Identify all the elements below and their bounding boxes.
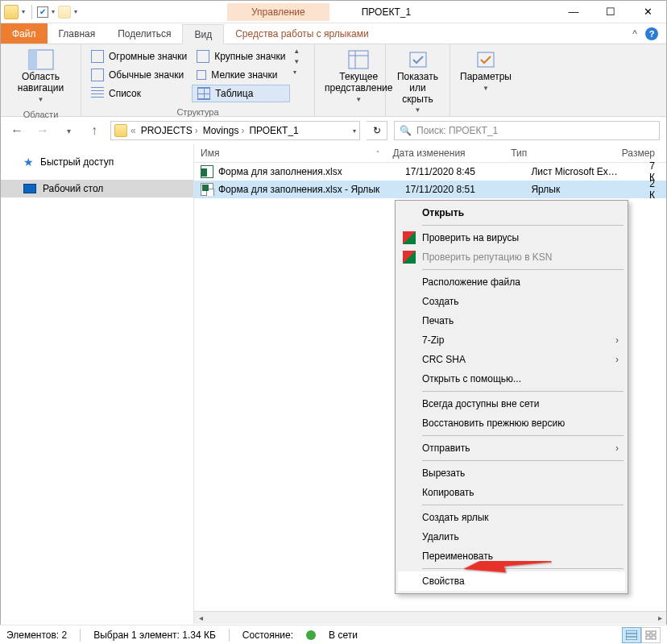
nav-quick-access[interactable]: ★ Быстрый доступ (1, 152, 193, 172)
contextual-tab-label: Управление (227, 3, 329, 21)
separator (422, 269, 624, 270)
group-label-panes: Области (1, 108, 81, 122)
ctx-send-to[interactable]: Отправить› (398, 438, 625, 458)
separator (422, 568, 624, 569)
navigation-pane: ★ Быстрый доступ Рабочий стол (1, 144, 194, 624)
search-input[interactable]: 🔍 Поиск: ПРОЕКТ_1 (394, 121, 660, 140)
tab-home[interactable]: Главная (48, 23, 107, 44)
file-date: 17/11/2020 8:45 (405, 166, 531, 177)
ctx-cut[interactable]: Вырезать (398, 463, 625, 483)
crumb-movings[interactable]: Movings › (201, 125, 246, 136)
view-medium-icons[interactable]: Обычные значки (86, 66, 192, 84)
ctx-print[interactable]: Печать (398, 311, 625, 330)
nav-desktop[interactable]: Рабочий стол (1, 180, 193, 197)
label: Список (109, 88, 141, 99)
minimize-button[interactable]: — (555, 1, 592, 23)
show-hide-button[interactable]: Показать или скрыть▼ (391, 48, 445, 116)
back-button[interactable]: ← (7, 121, 27, 140)
chevron-down-icon: ▼ (38, 96, 44, 103)
qat-properties-icon[interactable]: ✔ (37, 6, 48, 18)
desktop-icon (23, 184, 36, 193)
address-bar[interactable]: « PROJECTS › Movings › ПРОЕКТ_1 ▾ (110, 121, 360, 140)
scroll-down-icon[interactable]: ▼ (293, 58, 300, 65)
ctx-open[interactable]: Открыть (398, 203, 625, 222)
expand-gallery-icon[interactable]: ▾ (293, 69, 300, 76)
view-large-icons[interactable]: Крупные значки (192, 48, 290, 65)
crumb-overflow[interactable]: « (129, 125, 138, 136)
horizontal-scrollbar[interactable]: ◂ ▸ (194, 611, 666, 624)
file-row[interactable]: Форма для заполнения.xlsx 17/11/2020 8:4… (194, 163, 666, 181)
folder-icon (114, 124, 127, 137)
view-details-button[interactable] (622, 627, 641, 643)
qat-newfolder-icon[interactable] (58, 6, 71, 19)
label: Мелкие значки (211, 69, 277, 81)
crumb-projects[interactable]: PROJECTS › (139, 125, 200, 136)
label: CRC SHA (422, 354, 466, 365)
scroll-up-icon[interactable]: ▲ (293, 48, 300, 55)
qat-customize-icon[interactable]: ▾ (72, 8, 79, 15)
crumb-project1[interactable]: ПРОЕКТ_1 (247, 125, 300, 136)
col-size[interactable]: Размер (622, 147, 666, 159)
maximize-button[interactable]: ☐ (592, 1, 629, 23)
file-name: Форма для заполнения.xlsx - Ярлык (218, 184, 379, 195)
status-bar: Элементов: 2 Выбран 1 элемент: 1.34 КБ С… (0, 625, 667, 644)
current-view-icon (346, 49, 371, 70)
navigation-pane-button[interactable]: Область навигации ▼ (6, 48, 76, 105)
tab-share[interactable]: Поделиться (106, 23, 182, 44)
col-name[interactable]: Имя˄ (201, 147, 392, 159)
up-button[interactable]: ↑ (85, 121, 104, 140)
options-button[interactable]: Параметры▼ (455, 48, 516, 93)
file-row[interactable]: Форма для заполнения.xlsx - Ярлык 17/11/… (194, 181, 666, 198)
view-large-icons-button[interactable] (641, 627, 661, 643)
ctx-copy[interactable]: Копировать (398, 483, 625, 502)
ribbon: Область навигации ▼ Области Огромные зна… (1, 44, 666, 117)
context-menu: Открыть Проверить на вирусы Проверить ре… (395, 200, 628, 594)
file-name: Форма для заполнения.xlsx (218, 166, 342, 177)
scroll-right-icon[interactable]: ▸ (653, 612, 666, 625)
label: Быстрый доступ (40, 156, 114, 168)
search-placeholder: Поиск: ПРОЕКТ_1 (416, 125, 498, 136)
recent-locations-button[interactable]: ▾ (59, 121, 78, 140)
icons-icon (91, 50, 104, 63)
label: ПРОЕКТ_1 (249, 125, 298, 136)
ctx-7zip[interactable]: 7-Zip› (398, 330, 625, 350)
scroll-track[interactable] (207, 612, 653, 625)
help-icon[interactable]: ? (645, 27, 658, 40)
view-extra-large-icons[interactable]: Огромные значки (86, 48, 192, 65)
search-icon: 🔍 (400, 125, 412, 136)
ctx-new[interactable]: Создать (398, 292, 625, 311)
chevron-down-icon[interactable]: ▾ (50, 8, 56, 15)
ctx-create-shortcut[interactable]: Создать ярлык (398, 508, 625, 527)
tab-file[interactable]: Файл (1, 23, 48, 44)
view-list[interactable]: Список (86, 85, 192, 102)
ctx-open-file-location[interactable]: Расположение файла (398, 272, 625, 292)
refresh-button[interactable]: ↻ (367, 121, 387, 140)
address-history-icon[interactable]: ▾ (353, 127, 356, 135)
ctx-scan-virus[interactable]: Проверить на вирусы (398, 228, 625, 247)
label: Рабочий стол (43, 183, 103, 194)
collapse-ribbon-icon[interactable]: ^ (632, 28, 637, 39)
status-item-count: Элементов: 2 (6, 629, 67, 641)
ctx-rename[interactable]: Переименовать (398, 546, 625, 566)
svg-rect-5 (410, 52, 426, 67)
tab-shortcut-tools[interactable]: Средства работы с ярлыками (224, 23, 379, 44)
ctx-always-available-offline[interactable]: Всегда доступны вне сети (398, 394, 625, 413)
label: Имя (201, 147, 219, 159)
col-type[interactable]: Тип (511, 147, 622, 159)
tab-view[interactable]: Вид (182, 24, 224, 44)
forward-button[interactable]: → (33, 121, 52, 140)
ctx-ksn[interactable]: Проверить репутацию в KSN (398, 247, 625, 267)
ctx-open-with[interactable]: Открыть с помощью... (398, 369, 625, 388)
view-details[interactable]: Таблица (192, 85, 290, 102)
close-button[interactable]: ✕ (629, 1, 666, 23)
col-date[interactable]: Дата изменения (392, 147, 511, 159)
view-small-icons[interactable]: Мелкие значки (192, 66, 290, 84)
qat-dropdown-icon[interactable]: ▾ (20, 8, 27, 15)
label: Текущее представление (325, 72, 392, 94)
ctx-restore-previous[interactable]: Восстановить прежнюю версию (398, 413, 625, 433)
ctx-crc-sha[interactable]: CRC SHA› (398, 350, 625, 369)
navigation-pane-label: Область навигации (10, 72, 71, 94)
ctx-delete[interactable]: Удалить (398, 527, 625, 546)
ctx-properties[interactable]: Свойства (398, 571, 625, 591)
scroll-left-icon[interactable]: ◂ (194, 612, 207, 625)
